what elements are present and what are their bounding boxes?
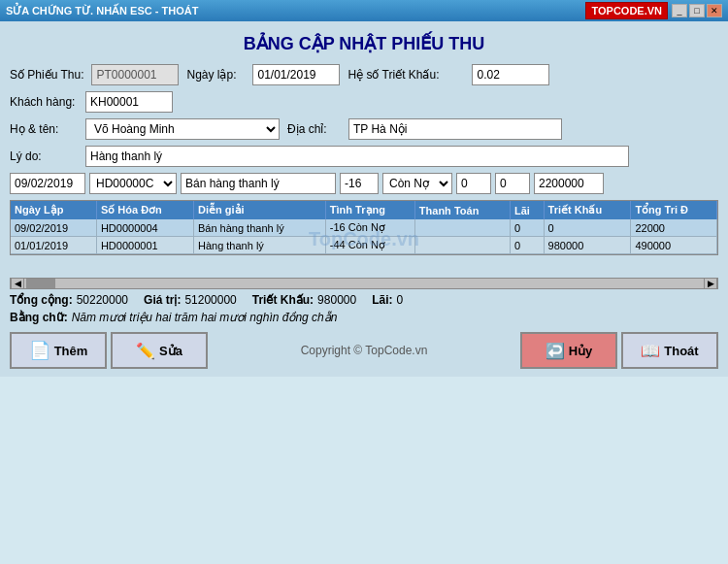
cell-tong-tri-d: 490000 bbox=[631, 237, 717, 254]
footer-buttons: 📄 Thêm ✏️ Sửa Copyright © TopCode.vn ↩️ … bbox=[10, 332, 718, 369]
form-row-4: Lý do: bbox=[10, 146, 718, 167]
col-triet-khau: Triết Khấu bbox=[544, 201, 631, 219]
copyright-area: Copyright © TopCode.vn bbox=[212, 340, 516, 361]
cell-so-hoa-don: HD0000001 bbox=[96, 237, 193, 254]
entry-val3-input[interactable] bbox=[534, 173, 604, 194]
entry-date-input[interactable] bbox=[10, 173, 85, 194]
form-row-3: Họ & tên: Võ Hoàng Minh Địa chỉ: bbox=[10, 118, 718, 140]
table-row[interactable]: 01/01/2019 HD0000001 Hàng thanh lý -44 C… bbox=[11, 237, 717, 254]
ho-ten-select[interactable]: Võ Hoàng Minh bbox=[85, 118, 280, 140]
gia-tri-label: Giá trị: bbox=[144, 293, 181, 307]
so-phieu-thu-label: Số Phiếu Thu: bbox=[10, 68, 83, 82]
bang-chu-row: Bằng chữ: Năm mươi triệu hai trăm hai mư… bbox=[10, 311, 718, 324]
sua-icon: ✏️ bbox=[136, 342, 155, 360]
thoat-label: Thoát bbox=[664, 344, 698, 358]
cell-triet-khau: 0 bbox=[544, 219, 631, 237]
title-bar-controls: _ □ ✕ bbox=[672, 4, 722, 17]
table-row[interactable]: 09/02/2019 HD0000004 Bán hàng thanh lý -… bbox=[11, 219, 717, 237]
entry-val2-input[interactable] bbox=[495, 173, 530, 194]
lai-value: 0 bbox=[397, 293, 404, 307]
cell-thanh-toan bbox=[414, 237, 510, 254]
data-table-wrapper: Ngày Lập Số Hóa Đơn Diễn giải Tình Trạng… bbox=[10, 200, 718, 255]
col-lai: Lãi bbox=[510, 201, 544, 219]
scroll-right-arrow[interactable]: ▶ bbox=[704, 278, 717, 289]
form-row-2: Khách hàng: bbox=[10, 91, 718, 113]
cell-tinh-trang: -16 Còn Nợ bbox=[325, 219, 414, 237]
entry-tinhtrang-select[interactable]: Còn Nợ bbox=[382, 173, 452, 194]
them-label: Thêm bbox=[54, 344, 88, 358]
entry-hoadon-select[interactable]: HD00000C bbox=[89, 173, 177, 194]
triet-khau-value: 980000 bbox=[317, 293, 356, 307]
bang-chu-value: Năm mươi triệu hai trăm hai mươi nghìn đ… bbox=[72, 311, 338, 324]
entry-amount-input[interactable] bbox=[340, 173, 379, 194]
cell-so-hoa-don: HD0000004 bbox=[96, 219, 193, 237]
col-tinh-trang: Tình Trạng bbox=[325, 201, 414, 219]
close-button[interactable]: ✕ bbox=[707, 4, 722, 17]
ly-do-input[interactable] bbox=[85, 146, 629, 167]
cell-thanh-toan bbox=[414, 219, 510, 237]
ngay-lap-input[interactable] bbox=[252, 64, 340, 85]
horizontal-scrollbar[interactable]: ◀ ▶ bbox=[10, 278, 718, 289]
tong-cong-value: 50220000 bbox=[77, 293, 128, 307]
them-button[interactable]: 📄 Thêm bbox=[10, 332, 107, 369]
table-header-row: Ngày Lập Số Hóa Đơn Diễn giải Tình Trạng… bbox=[11, 201, 717, 219]
cell-dien-giai: Hàng thanh lý bbox=[193, 237, 325, 254]
col-ngay-lap: Ngày Lập bbox=[11, 201, 96, 219]
huy-icon: ↩️ bbox=[546, 342, 565, 360]
minimize-button[interactable]: _ bbox=[672, 4, 687, 17]
cell-lai: 0 bbox=[510, 237, 544, 254]
ngay-lap-label: Ngày lập: bbox=[186, 68, 245, 82]
huy-label: Hủy bbox=[569, 344, 593, 358]
huy-button[interactable]: ↩️ Hủy bbox=[520, 332, 617, 369]
form-row-1: Số Phiếu Thu: Ngày lập: Hệ số Triết Khấu… bbox=[10, 64, 718, 85]
data-table: Ngày Lập Số Hóa Đơn Diễn giải Tình Trạng… bbox=[11, 201, 717, 254]
main-content: BẢNG CẬP NHẬT PHIẾU THU Số Phiếu Thu: Ng… bbox=[0, 21, 728, 377]
cell-lai: 0 bbox=[510, 219, 544, 237]
khach-hang-label: Khách hàng: bbox=[10, 95, 78, 109]
lai-label: Lãi: bbox=[372, 293, 392, 307]
entry-diengiai-input[interactable] bbox=[181, 173, 336, 194]
dia-chi-input[interactable] bbox=[348, 118, 562, 140]
page-title: BẢNG CẬP NHẬT PHIẾU THU bbox=[10, 33, 718, 54]
col-dien-giai: Diễn giải bbox=[193, 201, 325, 219]
ho-ten-label: Họ & tên: bbox=[10, 122, 78, 136]
triet-khau-item: Triết Khấu: 980000 bbox=[252, 293, 356, 307]
cell-dien-giai: Bán hàng thanh lý bbox=[193, 219, 325, 237]
scroll-left-arrow[interactable]: ◀ bbox=[11, 278, 24, 289]
title-bar-text: SỬA CHỨNG TỪ. NHẤN ESC - THOÁT bbox=[6, 5, 198, 17]
entry-row: HD00000C Còn Nợ bbox=[10, 173, 718, 194]
cell-tinh-trang: -44 Còn Nợ bbox=[325, 237, 414, 254]
topcode-logo: TOPCODE.VN bbox=[585, 2, 668, 19]
heso-triet-khau-input[interactable] bbox=[472, 64, 549, 85]
cell-triet-khau: 980000 bbox=[544, 237, 631, 254]
thoat-button[interactable]: 📖 Thoát bbox=[621, 332, 718, 369]
col-tong-tri: Tổng Tri Đ bbox=[631, 201, 717, 219]
tong-cong-item: Tổng cộng: 50220000 bbox=[10, 293, 128, 307]
them-icon: 📄 bbox=[29, 340, 50, 361]
gia-tri-item: Giá trị: 51200000 bbox=[144, 293, 237, 307]
col-thanh-toan: Thanh Toán bbox=[414, 201, 510, 219]
summary-row: Tổng cộng: 50220000 Giá trị: 51200000 Tr… bbox=[10, 293, 718, 307]
sua-label: Sửa bbox=[159, 344, 182, 358]
heso-triet-khau-label: Hệ số Triết Khấu: bbox=[347, 68, 464, 82]
cell-ngay-lap: 09/02/2019 bbox=[11, 219, 96, 237]
entry-val1-input[interactable] bbox=[456, 173, 491, 194]
copyright-text: Copyright © TopCode.vn bbox=[301, 344, 428, 357]
title-bar: SỬA CHỨNG TỪ. NHẤN ESC - THOÁT TOPCODE.V… bbox=[0, 0, 728, 21]
maximize-button[interactable]: □ bbox=[689, 4, 705, 17]
thoat-icon: 📖 bbox=[641, 342, 660, 360]
triet-khau-label: Triết Khấu: bbox=[252, 293, 314, 307]
cell-tong-tri-d: 22000 bbox=[631, 219, 717, 237]
lai-item: Lãi: 0 bbox=[372, 293, 403, 307]
cell-ngay-lap: 01/01/2019 bbox=[11, 237, 96, 254]
bang-chu-label: Bằng chữ: bbox=[10, 311, 68, 324]
tong-cong-label: Tổng cộng: bbox=[10, 293, 73, 307]
gia-tri-value: 51200000 bbox=[184, 293, 236, 307]
so-phieu-thu-input[interactable] bbox=[91, 64, 179, 85]
sua-button[interactable]: ✏️ Sửa bbox=[111, 332, 208, 369]
scroll-thumb[interactable] bbox=[26, 279, 55, 288]
khach-hang-input[interactable] bbox=[85, 91, 173, 113]
col-so-hoa-don: Số Hóa Đơn bbox=[96, 201, 193, 219]
table-container: TopCode.vn Ngày Lập Số Hóa Đơn Diễn giải… bbox=[10, 200, 718, 278]
ly-do-label: Lý do: bbox=[10, 149, 78, 163]
